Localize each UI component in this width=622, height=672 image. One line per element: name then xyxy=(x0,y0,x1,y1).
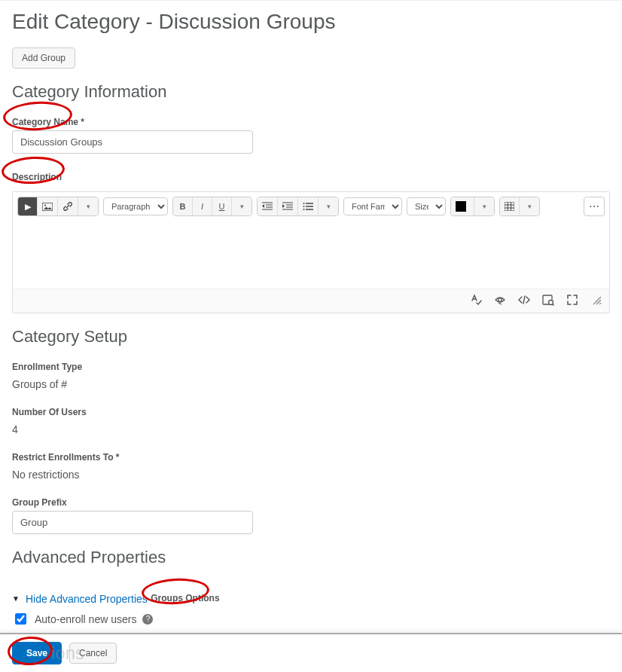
save-button[interactable]: Save xyxy=(12,642,62,664)
number-of-users-value: 4 xyxy=(12,423,610,435)
enrollment-type-label: Enrollment Type xyxy=(12,362,82,372)
resize-handle-icon[interactable] xyxy=(590,294,602,308)
bold-button[interactable]: B xyxy=(173,197,193,215)
page-title: Edit Category - Discussion Groups xyxy=(12,10,610,34)
description-editor: ▶ ▾ Paragraph B I U ▾ xyxy=(12,191,610,313)
svg-point-10 xyxy=(303,203,305,204)
italic-button[interactable]: I xyxy=(193,197,212,215)
table-dropdown[interactable]: ▾ xyxy=(520,197,539,215)
category-name-input[interactable] xyxy=(12,130,253,154)
number-of-users-label: Number Of Users xyxy=(12,407,87,417)
groups-options-label: Groups Options xyxy=(151,593,219,603)
footer-bar: Save Cancel ions xyxy=(0,633,622,672)
table-icon[interactable] xyxy=(500,197,520,215)
outdent-icon[interactable] xyxy=(258,197,278,215)
advanced-properties-heading: Advanced Properties xyxy=(12,548,610,567)
text-color-dropdown[interactable]: ▾ xyxy=(474,197,494,215)
text-format-dropdown[interactable]: ▾ xyxy=(232,197,252,215)
svg-point-1 xyxy=(44,204,46,206)
font-family-select[interactable]: Font Family xyxy=(343,197,402,215)
group-prefix-input[interactable] xyxy=(12,511,253,534)
underline-button[interactable]: U xyxy=(212,197,232,215)
category-name-label: Category Name * xyxy=(12,117,84,127)
insert-image-icon[interactable] xyxy=(38,197,58,215)
spellcheck-icon[interactable] xyxy=(470,294,482,308)
category-info-heading: Category Information xyxy=(12,82,610,102)
group-prefix-label: Group Prefix xyxy=(12,497,67,508)
cancel-button[interactable]: Cancel xyxy=(69,643,117,664)
svg-line-27 xyxy=(599,303,601,304)
svg-rect-16 xyxy=(505,202,514,211)
editor-textarea[interactable] xyxy=(13,221,609,289)
list-icon[interactable] xyxy=(298,197,319,215)
help-icon[interactable]: ? xyxy=(142,614,153,625)
svg-point-12 xyxy=(303,209,305,210)
paragraph-select[interactable]: Paragraph xyxy=(103,197,168,215)
hide-advanced-properties-link[interactable]: ▼ Hide Advanced Properties xyxy=(12,593,148,605)
editor-toolbar: ▶ ▾ Paragraph B I U ▾ xyxy=(13,192,609,221)
preview-icon[interactable] xyxy=(542,294,554,308)
svg-line-24 xyxy=(553,304,554,306)
list-dropdown[interactable]: ▾ xyxy=(319,197,338,215)
svg-rect-0 xyxy=(42,203,53,211)
svg-point-21 xyxy=(499,298,502,302)
restrict-enrollments-label: Restrict Enrollments To * xyxy=(12,452,119,463)
chevron-down-icon: ▼ xyxy=(12,594,20,603)
hide-advanced-properties-label: Hide Advanced Properties xyxy=(26,593,148,605)
fullscreen-icon[interactable] xyxy=(566,294,578,308)
insert-link-icon[interactable] xyxy=(58,197,78,215)
category-setup-heading: Category Setup xyxy=(12,327,610,347)
add-group-button[interactable]: Add Group xyxy=(12,47,75,69)
accessibility-icon[interactable] xyxy=(494,294,506,308)
indent-icon[interactable] xyxy=(278,197,298,215)
auto-enroll-label: Auto-enroll new users xyxy=(35,613,136,625)
text-color-button[interactable] xyxy=(451,197,474,215)
description-label: Description xyxy=(12,172,62,182)
auto-enroll-checkbox[interactable] xyxy=(15,613,26,625)
more-actions-button[interactable]: ⋯ xyxy=(584,197,605,216)
insert-stuff-icon[interactable]: ▶ xyxy=(18,197,38,215)
svg-point-11 xyxy=(303,206,305,207)
enrollment-type-value: Groups of # xyxy=(12,378,610,390)
font-size-select[interactable]: Size xyxy=(407,197,446,215)
source-code-icon[interactable] xyxy=(518,294,530,308)
insert-dropdown-icon[interactable]: ▾ xyxy=(78,197,98,215)
restrict-enrollments-value: No restrictions xyxy=(12,469,610,481)
